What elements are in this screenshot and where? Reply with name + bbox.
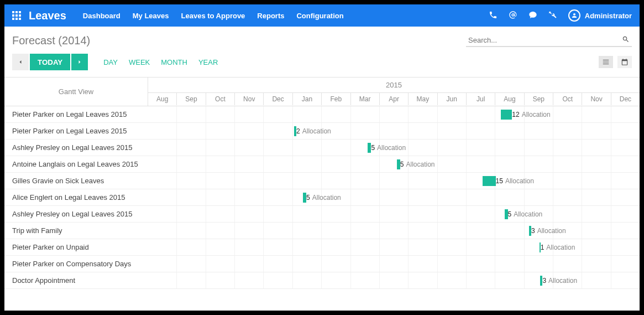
- search-icon[interactable]: [622, 35, 630, 45]
- menu-leaves-to-approve[interactable]: Leaves to Approve: [181, 12, 245, 20]
- allocation-label: 3 Allocation: [531, 226, 566, 236]
- month-header-cell: Aug: [495, 93, 523, 105]
- gantt-row: Gilles Gravie on Sick Leaves15 Allocatio…: [4, 173, 640, 189]
- month-header-cell: Jun: [437, 93, 466, 105]
- month-header-cell: Nov: [234, 93, 263, 105]
- brand-title: Leaves: [29, 9, 66, 22]
- range-year[interactable]: YEAR: [198, 58, 218, 66]
- subheader: Forecast (2014): [4, 27, 640, 51]
- month-header-cell: Jan: [292, 93, 321, 105]
- gantt-track: 2 Allocation: [148, 123, 640, 139]
- gantt-row-label: Doctor Appointment: [4, 276, 148, 285]
- controls-row: TODAY DAY WEEK MONTH YEAR: [4, 51, 640, 77]
- gantt-track: 3 Allocation: [148, 223, 640, 239]
- month-header-cell: Sep: [176, 93, 205, 105]
- allocation-label: 15 Allocation: [496, 176, 534, 186]
- next-button[interactable]: [71, 54, 88, 70]
- main-menu: Dashboard My Leaves Leaves to Approve Re…: [83, 12, 489, 20]
- gantt-track: 12 Allocation: [148, 106, 640, 122]
- list-view-icon[interactable]: [599, 56, 613, 68]
- allocation-label: 5 Allocation: [508, 209, 543, 219]
- month-header-cell: Feb: [321, 93, 350, 105]
- gantt-row-label: Pieter Parker on Legal Leaves 2015: [4, 127, 148, 135]
- month-header-cell: Mar: [350, 93, 379, 105]
- allocation-label: 12 Allocation: [512, 110, 550, 120]
- gantt-track: [148, 256, 640, 272]
- month-header-cell: Oct: [206, 93, 234, 105]
- month-header-cell: Aug: [148, 93, 176, 105]
- allocation-label: 2 Allocation: [296, 126, 331, 136]
- page-title: Forecast (2014): [12, 34, 90, 47]
- month-header-cell: Oct: [553, 93, 582, 105]
- at-icon[interactable]: [509, 11, 517, 21]
- gantt-row-label: Alice Englert on Legal Leaves 2015: [4, 193, 148, 202]
- gantt-row: Trip with Family3 Allocation: [4, 223, 640, 239]
- menu-my-leaves[interactable]: My Leaves: [133, 12, 169, 20]
- gantt-row: Pieter Parker on Unpaid1 Allocation: [4, 239, 640, 256]
- gantt-body: Pieter Parker on Legal Leaves 201512 All…: [4, 106, 640, 289]
- top-nav: Leaves Dashboard My Leaves Leaves to App…: [4, 4, 640, 27]
- gantt-chart: Gantt View 2015 AugSepOctNovDecJanFebMar…: [4, 77, 640, 289]
- user-name: Administrator: [585, 12, 632, 20]
- range-day[interactable]: DAY: [103, 58, 118, 66]
- gantt-track: 5 Allocation: [148, 206, 640, 222]
- menu-configuration[interactable]: Configuration: [296, 12, 343, 20]
- gantt-row: Ashley Presley on Legal Leaves 20155 All…: [4, 206, 640, 223]
- gantt-track: 1 Allocation: [148, 239, 640, 255]
- allocation-label: 3 Allocation: [542, 276, 577, 286]
- gantt-row: Ashley Presley on Legal Leaves 20155 All…: [4, 140, 640, 156]
- gantt-row-label: Antoine Langlais on Legal Leaves 2015: [4, 160, 148, 168]
- menu-dashboard[interactable]: Dashboard: [83, 12, 121, 20]
- gantt-track: 5 Allocation: [148, 156, 640, 172]
- allocation-bar[interactable]: [501, 110, 512, 120]
- allocation-bar[interactable]: [483, 176, 496, 186]
- user-menu[interactable]: Administrator: [568, 9, 632, 22]
- month-header-cell: Dec: [611, 93, 640, 105]
- range-week[interactable]: WEEK: [129, 58, 150, 66]
- allocation-label: 5 Allocation: [371, 143, 406, 153]
- gantt-row-label: Ashley Presley on Legal Leaves 2015: [4, 210, 148, 218]
- allocation-label: 1 Allocation: [541, 242, 575, 252]
- menu-reports[interactable]: Reports: [257, 12, 284, 20]
- gantt-row: Pieter Parker on Legal Leaves 201512 All…: [4, 106, 640, 123]
- gantt-row: Alice Englert on Legal Leaves 20155 Allo…: [4, 189, 640, 206]
- phone-icon[interactable]: [489, 11, 498, 21]
- allocation-label: 5 Allocation: [400, 159, 435, 169]
- search-box[interactable]: [466, 34, 632, 47]
- month-header-cell: Nov: [582, 93, 610, 105]
- allocation-label: 5 Allocation: [306, 193, 341, 203]
- range-switcher: DAY WEEK MONTH YEAR: [103, 58, 218, 66]
- gantt-row-label: Pieter Parker on Unpaid: [4, 243, 148, 251]
- apps-icon[interactable]: [12, 11, 21, 20]
- gantt-header: Gantt View 2015 AugSepOctNovDecJanFebMar…: [4, 78, 640, 106]
- gantt-left-header: Gantt View: [4, 78, 148, 106]
- gantt-row-label: Ashley Presley on Legal Leaves 2015: [4, 143, 148, 152]
- view-switcher: [599, 56, 632, 68]
- range-month[interactable]: MONTH: [161, 58, 187, 66]
- gantt-row: Doctor Appointment3 Allocation: [4, 272, 640, 289]
- gantt-track: 5 Allocation: [148, 140, 640, 156]
- gantt-row-label: Pieter Parker on Legal Leaves 2015: [4, 110, 148, 118]
- gantt-track: 15 Allocation: [148, 173, 640, 189]
- prev-button[interactable]: [12, 54, 29, 70]
- month-header-cell: Jul: [466, 93, 495, 105]
- gantt-year-header: 2015: [148, 78, 640, 93]
- search-input[interactable]: [468, 36, 622, 44]
- gantt-row-label: Pieter Parker on Compensatory Days: [4, 260, 148, 268]
- month-header-cell: May: [408, 93, 437, 105]
- tools-icon[interactable]: [548, 11, 557, 21]
- nav-right-icons: Administrator: [489, 9, 632, 22]
- gantt-row-label: Trip with Family: [4, 226, 148, 235]
- gantt-row: Pieter Parker on Legal Leaves 20152 Allo…: [4, 123, 640, 140]
- gantt-track: 3 Allocation: [148, 272, 640, 288]
- gantt-row: Pieter Parker on Compensatory Days: [4, 256, 640, 272]
- chat-icon[interactable]: [528, 11, 537, 21]
- gantt-row-label: Gilles Gravie on Sick Leaves: [4, 177, 148, 185]
- today-button[interactable]: TODAY: [30, 54, 70, 70]
- gantt-track: 5 Allocation: [148, 189, 640, 205]
- month-header-cell: Dec: [263, 93, 292, 105]
- avatar-icon: [568, 9, 580, 22]
- gantt-month-header: AugSepOctNovDecJanFebMarAprMayJunJulAugS…: [148, 93, 640, 105]
- calendar-view-icon[interactable]: [617, 56, 632, 68]
- gantt-row: Antoine Langlais on Legal Leaves 20155 A…: [4, 156, 640, 173]
